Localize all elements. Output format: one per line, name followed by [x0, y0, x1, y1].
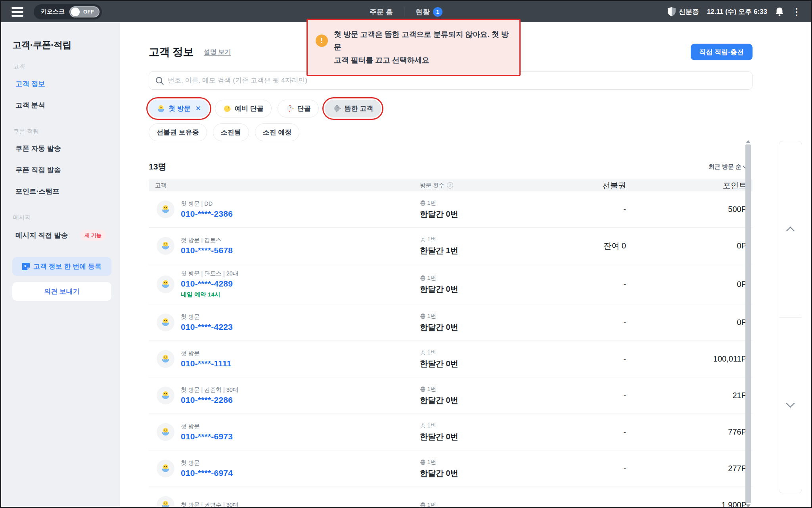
sidebar-section-label: 쿠폰·적립 [13, 128, 111, 135]
customer-type-filters: 첫 방문 ✕ 예비 단골 단골 뜸한 고객 [149, 100, 753, 117]
points-value: 0P [626, 280, 753, 289]
hatching-chick-icon [157, 104, 165, 113]
sidebar-item[interactable]: 고객 정보 [12, 73, 111, 94]
filter-chip-label: 소진됨 [221, 128, 241, 137]
sidebar-section-label: 고객 [13, 63, 111, 71]
datetime-label: 12.11 (수) 오후 6:33 [707, 7, 767, 16]
sidebar-item[interactable]: 메시지 직접 발송 새 기능 [12, 224, 111, 247]
sidebar-section: 고객 고객 정보 고객 분석 [12, 63, 111, 116]
prepaid-value: - [551, 391, 626, 400]
send-feedback-button[interactable]: 의견 보내기 [12, 282, 111, 301]
scrollbar-thumb[interactable] [745, 144, 751, 503]
filter-chip-label: 첫 방문 [169, 104, 191, 113]
filter-chip[interactable]: 뜸한 고객 [325, 100, 381, 117]
nav-status[interactable]: 현황 1 [416, 7, 442, 17]
sidebar-item-label: 메시지 직접 발송 [15, 231, 68, 240]
hatching-chick-avatar [157, 423, 174, 441]
sidebar-item[interactable]: 쿠폰 자동 발송 [12, 138, 111, 159]
sort-dropdown[interactable]: 최근 방문 순 [709, 163, 747, 171]
customer-row[interactable]: 첫 방문 | 김토스 010-****-5678 총 1번 한달간 1번 잔여 … [149, 228, 753, 264]
filter-chip-label: 예비 단골 [235, 104, 264, 113]
bulk-register-label: 고객 정보 한 번에 등록 [33, 262, 102, 271]
customer-name: 첫 방문 | 김토스 [181, 237, 233, 244]
direct-charge-button[interactable]: 직접 적립·충전 [691, 44, 753, 60]
visits-month: 한달간 0번 [420, 395, 458, 406]
warning-tooltip: ! 첫 방문 고객은 뜸한 고객으로 분류되지 않아요. 첫 방문 고객 필터를… [306, 19, 521, 76]
id-check-label: 신분증 [679, 7, 699, 16]
rooster-gray-icon [333, 104, 341, 113]
prepaid-value: - [551, 280, 626, 289]
notifications-bell-icon[interactable] [775, 7, 784, 17]
sidebar-item-label: 고객 분석 [15, 100, 45, 110]
customer-table-body: 첫 방문 | DD 010-****-2386 총 1번 한달간 0번 - 50… [149, 191, 753, 508]
exclamation-icon: ! [316, 35, 328, 47]
customer-row[interactable]: 첫 방문 010-****-4223 총 1번 한달간 0번 - 0P [149, 304, 753, 341]
sidebar-item[interactable]: 쿠폰 직접 발송 [12, 159, 111, 181]
id-check-button[interactable]: 신분증 [668, 7, 699, 16]
bulk-register-button[interactable]: x 고객 정보 한 번에 등록 [12, 257, 111, 276]
hamburger-menu-icon[interactable] [11, 7, 23, 17]
search-input[interactable] [168, 77, 746, 85]
filter-chip-label: 선불권 보유중 [157, 128, 199, 137]
sidebar-title: 고객·쿠폰·적립 [12, 39, 111, 51]
visits-total: 총 1번 [420, 312, 436, 320]
scroll-down-button[interactable] [779, 317, 802, 493]
chick-icon [223, 104, 232, 113]
help-link[interactable]: 설명 보기 [204, 48, 231, 56]
customer-name: 첫 방문 | DD [181, 200, 233, 208]
sidebar-item[interactable]: 고객 분석 [12, 94, 111, 116]
filter-chip[interactable]: 소진됨 [213, 123, 249, 141]
filter-chip[interactable]: 소진 예정 [255, 123, 300, 141]
visits-total: 총 1번 [420, 199, 436, 207]
customer-row[interactable]: 첫 방문 | 김준혁 | 30대 010-****-2286 총 1번 한달간 … [149, 377, 753, 414]
column-customer: 고객 [149, 182, 420, 189]
customer-name: 첫 방문 [181, 313, 233, 321]
visits-month: 한달간 0번 [420, 322, 458, 333]
sort-label: 최근 방문 순 [709, 163, 741, 171]
main-content: 고객 정보 설명 보기 직접 적립·충전 첫 방문 ✕ 예비 단골 단골 뜸한 … [120, 22, 753, 508]
filter-chip[interactable]: 단골 [278, 100, 319, 117]
customer-row[interactable]: 첫 방문 010-****-6974 총 1번 한달간 0번 - 277P [149, 450, 753, 487]
filter-chip[interactable]: 선불권 보유중 [149, 123, 207, 141]
customer-phone: 010-****-6974 [181, 468, 233, 478]
table-scrollbar[interactable] [745, 140, 751, 508]
visits-month: 한달간 0번 [420, 431, 458, 442]
sidebar-item[interactable]: 포인트·스탬프 [12, 181, 111, 202]
prepaid-value: 잔여 0 [551, 241, 626, 251]
kiosk-toggle[interactable]: OFF [69, 6, 100, 17]
info-icon[interactable]: i [447, 182, 453, 189]
filter-chip-label: 소진 예정 [263, 128, 292, 137]
column-points: 포인트 [626, 180, 753, 191]
customer-row[interactable]: 첫 방문 010-****-1111 총 1번 한달간 0번 - 100,011… [149, 341, 753, 377]
more-kebab-icon[interactable]: ⋮ [792, 7, 801, 17]
customer-row[interactable]: 첫 방문 | DD 010-****-2386 총 1번 한달간 0번 - 50… [149, 191, 753, 228]
hatching-chick-avatar [157, 275, 174, 293]
visits-total: 총 1번 [420, 385, 436, 393]
rooster-icon [285, 104, 294, 113]
customer-row[interactable]: 첫 방문 | 권병수 | 30대 총 1번 1,900P [149, 487, 753, 508]
chevron-down-icon [786, 399, 795, 408]
filter-chip[interactable]: 첫 방문 ✕ [149, 100, 209, 117]
customer-row[interactable]: 첫 방문 | 단토스 | 20대 010-****-4289 네일 예약 14시… [149, 264, 753, 304]
visits-month: 한달간 1번 [420, 245, 458, 256]
sidebar-item-label: 쿠폰 자동 발송 [15, 144, 61, 153]
warning-text-line1: 첫 방문 고객은 뜸한 고객으로 분류되지 않아요. 첫 방문 [334, 28, 509, 54]
search-icon [155, 77, 164, 85]
close-icon[interactable]: ✕ [195, 104, 201, 113]
customer-row[interactable]: 첫 방문 010-****-6973 총 1번 한달간 0번 - 776P [149, 414, 753, 450]
column-visits: 방문 횟수 i [420, 182, 551, 189]
customer-name: 첫 방문 | 김준혁 | 30대 [181, 386, 238, 394]
scroll-up-arrow-icon[interactable] [746, 140, 751, 143]
visits-total: 총 1번 [420, 501, 436, 508]
points-value: 277P [626, 464, 753, 473]
filter-chip[interactable]: 예비 단골 [215, 100, 272, 117]
sidebar-section: 메시지 메시지 직접 발송 새 기능 [12, 214, 111, 247]
prepaid-value: - [551, 464, 626, 473]
kiosk-control: 키오스크 OFF [34, 4, 102, 19]
scroll-up-button[interactable] [779, 141, 802, 317]
visits-month: 한달간 0번 [420, 284, 458, 294]
prepaid-value: - [551, 318, 626, 327]
scroll-down-arrow-icon[interactable] [746, 504, 751, 508]
points-value: 0P [626, 318, 753, 327]
nav-order-home[interactable]: 주문 홈 [370, 7, 393, 17]
